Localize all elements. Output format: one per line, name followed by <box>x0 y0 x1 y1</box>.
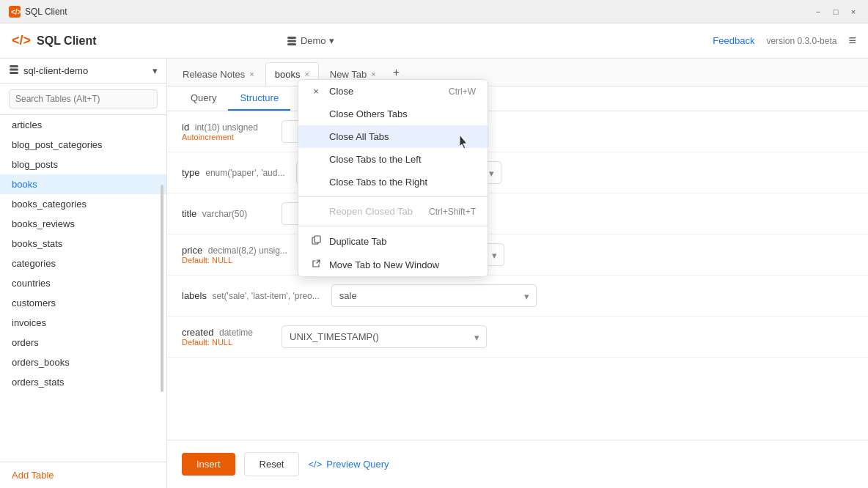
menu-divider-2 <box>298 226 488 226</box>
move-window-icon <box>310 259 322 270</box>
close-icon: × <box>310 86 322 97</box>
menu-item-reopen: Reopen Closed Tab Ctrl+Shift+T <box>298 200 488 223</box>
menu-label-duplicate: Duplicate Tab <box>329 236 387 247</box>
menu-label-close-left: Close Tabs to the Left <box>329 154 422 165</box>
menu-item-close-all[interactable]: Close All Tabs <box>298 125 488 148</box>
menu-divider-1 <box>298 196 488 197</box>
menu-item-move-window[interactable]: Move Tab to New Window <box>298 253 488 276</box>
menu-label-move-window: Move Tab to New Window <box>329 259 439 270</box>
menu-label-close-right: Close Tabs to the Right <box>329 177 427 188</box>
menu-label-reopen: Reopen Closed Tab <box>329 206 413 217</box>
svg-rect-9 <box>315 236 320 243</box>
duplicate-icon <box>310 235 322 247</box>
menu-item-close-left[interactable]: Close Tabs to the Left <box>298 148 488 171</box>
menu-item-close[interactable]: × Close Ctrl+W <box>298 80 488 103</box>
menu-label-close: Close <box>329 86 353 97</box>
menu-item-close-others[interactable]: Close Others Tabs <box>298 103 488 125</box>
menu-label-close-others: Close Others Tabs <box>329 108 408 119</box>
context-menu-overlay[interactable]: × Close Ctrl+W Close Others Tabs Close A… <box>0 0 868 488</box>
menu-item-duplicate[interactable]: Duplicate Tab <box>298 229 488 253</box>
context-menu: × Close Ctrl+W Close Others Tabs Close A… <box>298 79 488 277</box>
menu-shortcut-close: Ctrl+W <box>449 86 476 97</box>
menu-shortcut-reopen: Ctrl+Shift+T <box>429 207 476 217</box>
menu-item-close-right[interactable]: Close Tabs to the Right <box>298 171 488 193</box>
menu-label-close-all: Close All Tabs <box>329 131 389 142</box>
